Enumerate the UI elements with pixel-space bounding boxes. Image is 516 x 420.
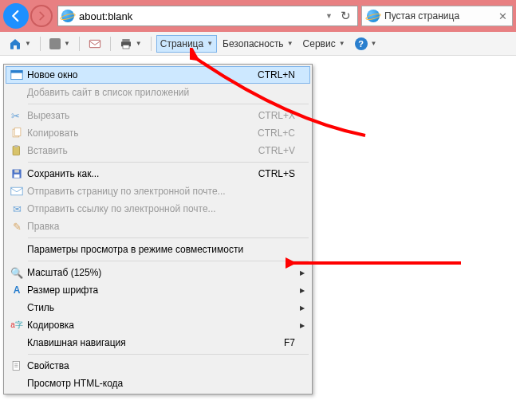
link-mail-icon: ✉ — [13, 203, 22, 215]
svg-rect-3 — [123, 45, 129, 49]
menu-encoding[interactable]: a字 Кодировка — [6, 316, 310, 334]
separator — [40, 37, 41, 51]
zoom-icon: 🔍 — [10, 267, 23, 279]
menu-compat-view[interactable]: Параметры просмотра в режиме совместимос… — [6, 241, 310, 258]
tab-title: Пустая страница — [384, 10, 498, 22]
menu-edit: ✎ Правка — [6, 218, 310, 235]
save-icon — [11, 168, 22, 179]
menu-item-label: Кодировка — [27, 320, 295, 331]
separator — [79, 37, 80, 51]
properties-icon — [11, 360, 22, 371]
mail-icon — [10, 186, 23, 196]
page-menu-button[interactable]: Страница ▼ — [156, 35, 217, 53]
refresh-icon[interactable]: ↻ — [337, 9, 354, 23]
menu-item-shortcut: CTRL+X — [258, 110, 295, 121]
svg-rect-11 — [14, 175, 20, 178]
menu-style[interactable]: Стиль — [6, 299, 310, 316]
menu-item-label: Отправить страницу по электронной почте.… — [27, 186, 295, 197]
menu-item-label: Отправить ссылку по электронной почте... — [27, 203, 295, 214]
menu-properties[interactable]: Свойства — [6, 357, 310, 375]
menu-email-link: ✉ Отправить ссылку по электронной почте.… — [6, 200, 310, 218]
chevron-down-icon: ▼ — [207, 40, 213, 47]
menu-new-window[interactable]: Новое окно CTRL+N — [6, 66, 310, 84]
address-bar[interactable]: about:blank ▼ ↻ — [57, 6, 358, 26]
dropdown-icon[interactable]: ▼ — [321, 12, 337, 20]
safety-menu-button[interactable]: Безопасность ▼ — [219, 35, 297, 53]
menu-separator — [28, 354, 309, 355]
menu-separator — [28, 162, 309, 163]
back-button[interactable] — [3, 3, 29, 29]
svg-rect-0 — [89, 40, 100, 47]
menu-text-size[interactable]: A Размер шрифта — [6, 281, 310, 299]
read-mail-button[interactable] — [85, 35, 105, 53]
pencil-icon: ✎ — [13, 221, 22, 233]
page-dropdown-menu: Новое окно CTRL+N Добавить сайт в список… — [3, 64, 313, 394]
svg-rect-9 — [14, 145, 18, 147]
home-button[interactable]: ▼ — [5, 35, 35, 53]
feeds-button[interactable]: ▼ — [45, 35, 74, 53]
menu-item-shortcut: CTRL+N — [258, 69, 295, 80]
rss-icon — [49, 38, 61, 49]
menu-view-source[interactable]: Просмотр HTML-кода — [6, 375, 310, 392]
print-button[interactable]: ▼ — [116, 35, 146, 53]
menu-item-label: Сохранить как... — [27, 168, 258, 179]
menu-item-label: Вставить — [27, 145, 258, 156]
svg-rect-12 — [14, 170, 19, 173]
menu-item-shortcut: F7 — [284, 337, 295, 348]
menu-item-label: Масштаб (125%) — [27, 267, 295, 278]
chevron-down-icon: ▼ — [339, 40, 345, 47]
navigation-row: about:blank ▼ ↻ Пустая страница ✕ — [0, 0, 516, 32]
address-url[interactable]: about:blank — [79, 10, 321, 22]
menu-item-label: Добавить сайт в список приложений — [27, 87, 295, 98]
separator — [151, 37, 152, 51]
menu-separator — [28, 104, 309, 104]
help-button[interactable]: ? ▼ — [351, 35, 381, 53]
tab[interactable]: Пустая страница ✕ — [361, 6, 513, 26]
menu-save-as[interactable]: Сохранить как... CTRL+S — [6, 165, 310, 183]
menu-zoom[interactable]: 🔍 Масштаб (125%) — [6, 264, 310, 281]
menu-item-label: Правка — [27, 221, 295, 232]
scissors-icon: ✂ — [11, 110, 22, 121]
tools-menu-button[interactable]: Сервис ▼ — [299, 35, 349, 53]
chevron-down-icon: ▼ — [136, 40, 142, 47]
annotation-arrow — [286, 247, 469, 279]
command-bar: ▼ ▼ ▼ Страница ▼ Безопасность ▼ Сервис ▼… — [0, 32, 516, 56]
menu-item-label: Вырезать — [27, 110, 258, 121]
menu-item-label: Просмотр HTML-кода — [27, 378, 295, 389]
paste-icon — [11, 145, 22, 156]
svg-rect-5 — [11, 70, 22, 73]
menu-item-label: Стиль — [27, 302, 295, 313]
menu-item-label: Параметры просмотра в режиме совместимос… — [27, 244, 295, 255]
encoding-icon: a字 — [10, 320, 23, 331]
window-icon — [10, 69, 23, 80]
menu-item-label: Копировать — [27, 128, 258, 139]
chevron-down-icon: ▼ — [25, 40, 31, 47]
svg-rect-7 — [14, 128, 21, 136]
forward-button[interactable] — [30, 5, 53, 27]
tools-menu-label: Сервис — [303, 38, 336, 49]
chevron-down-icon: ▼ — [287, 40, 293, 47]
menu-item-shortcut: CTRL+V — [258, 145, 295, 156]
svg-rect-13 — [11, 187, 22, 195]
ie-logo-icon — [367, 10, 380, 22]
safety-menu-label: Безопасность — [223, 38, 284, 49]
menu-item-shortcut: CTRL+S — [258, 168, 295, 179]
menu-item-label: Клавишная навигация — [27, 337, 284, 348]
copy-icon — [11, 128, 22, 139]
menu-item-label: Размер шрифта — [27, 285, 295, 296]
chevron-down-icon: ▼ — [64, 40, 70, 47]
menu-separator — [28, 237, 309, 238]
svg-rect-1 — [122, 39, 129, 41]
menu-item-label: Новое окно — [27, 69, 258, 80]
menu-add-site: Добавить сайт в список приложений — [6, 84, 310, 101]
svg-rect-14 — [13, 361, 19, 370]
menu-paste: Вставить CTRL+V — [6, 142, 310, 159]
menu-copy: Копировать CTRL+C — [6, 124, 310, 142]
menu-caret-browsing[interactable]: Клавишная навигация F7 — [6, 334, 310, 351]
close-icon[interactable]: ✕ — [498, 10, 507, 22]
separator — [110, 37, 111, 51]
page-menu-label: Страница — [160, 38, 203, 49]
help-icon: ? — [355, 37, 368, 50]
menu-cut: ✂ Вырезать CTRL+X — [6, 107, 310, 124]
menu-item-label: Свойства — [27, 360, 295, 371]
